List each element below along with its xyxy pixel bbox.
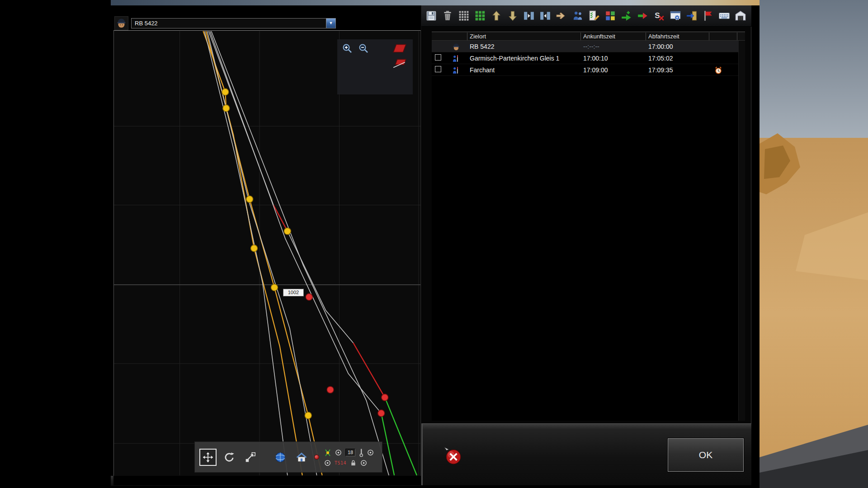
station-icon — [452, 66, 461, 75]
column-separator — [737, 33, 737, 40]
toolbar-separator — [263, 457, 268, 457]
radio-icon[interactable] — [367, 449, 374, 456]
table-row-station[interactable]: Garmisch-Partenkirchen Gleis 1 17:00:10 … — [432, 52, 738, 64]
main-toolbar: S — [421, 5, 751, 27]
zoom-in-button[interactable] — [342, 43, 353, 54]
schedule-table: Zielort Ankunftszeit Abfahrtszeit RB 542… — [432, 32, 745, 421]
map-options-cluster: 18 TS14 — [324, 448, 374, 466]
table-header: Zielort Ankunftszeit Abfahrtszeit — [432, 32, 745, 41]
color-grid-icon[interactable] — [603, 9, 617, 23]
insert-left-icon[interactable] — [538, 9, 552, 23]
desert-scene-graphic — [760, 0, 868, 488]
rotate-button[interactable] — [221, 449, 238, 466]
table-row-station[interactable]: Farchant 17:09:00 17:09:35 — [432, 64, 738, 76]
key-icon[interactable] — [359, 448, 363, 457]
hand-pointer-icon[interactable] — [554, 9, 568, 23]
track-map-panel: RB 5422 ▼ 1002 — [113, 5, 421, 485]
speed-box[interactable]: 18 — [345, 449, 355, 456]
column-separator — [646, 33, 646, 40]
signal-dot[interactable] — [222, 89, 229, 95]
track-line — [204, 31, 287, 475]
track-line — [353, 343, 385, 398]
lock-icon[interactable] — [350, 460, 357, 466]
signal-dot[interactable] — [327, 386, 334, 393]
globe-button[interactable] — [272, 449, 289, 466]
alarm-clock-icon — [714, 66, 723, 75]
add-green-icon[interactable] — [619, 9, 633, 23]
switch-icon[interactable] — [324, 448, 331, 457]
track-line — [381, 413, 394, 475]
gradient-edit-icon[interactable] — [392, 58, 407, 69]
map-options-row: TS14 — [324, 460, 374, 466]
position-marker-icon — [314, 455, 319, 460]
cancel-icon[interactable] — [443, 446, 462, 465]
map-toolbar: 18 TS14 — [194, 441, 382, 473]
cell-zielort: Garmisch-Partenkirchen Gleis 1 — [470, 54, 559, 62]
door-enter-icon[interactable] — [684, 9, 698, 23]
s-remove-icon[interactable]: S — [652, 9, 666, 23]
insert-right-icon[interactable] — [522, 9, 536, 23]
checklist-icon[interactable] — [587, 9, 601, 23]
grid-green-icon[interactable] — [473, 9, 487, 23]
row-checkbox[interactable] — [435, 66, 441, 72]
cell-zielort: Farchant — [470, 66, 495, 74]
depot-icon[interactable] — [733, 9, 747, 23]
flag-icon[interactable] — [701, 9, 715, 23]
keyboard-icon[interactable] — [717, 9, 731, 23]
column-header-zielort[interactable]: Zielort — [470, 33, 486, 40]
window-gear-icon[interactable] — [668, 9, 682, 23]
background-3d-scene — [760, 0, 868, 488]
train-selector-value: RB 5422 — [135, 20, 158, 27]
cell-ankunftszeit: --:--:-- — [583, 42, 599, 51]
signal-dot[interactable] — [223, 105, 230, 112]
row-checkbox[interactable] — [435, 54, 441, 61]
ts-label: TS14 — [335, 460, 346, 465]
scrollbar[interactable] — [738, 41, 745, 421]
cell-ankunftszeit: 17:00:10 — [583, 54, 608, 62]
signal-dot[interactable] — [246, 196, 253, 202]
move-down-icon[interactable] — [505, 9, 519, 23]
track-map-graphic — [114, 31, 420, 476]
driver-icon — [114, 16, 128, 30]
insert-arrow-icon[interactable] — [636, 9, 650, 23]
track-line — [385, 398, 417, 475]
track-map[interactable]: 1002 — [113, 30, 421, 476]
ok-button[interactable]: OK — [668, 438, 744, 472]
home-button[interactable] — [293, 449, 310, 466]
radio-icon[interactable] — [324, 460, 331, 466]
map-overlay-controls — [337, 39, 413, 94]
radio-icon[interactable] — [360, 460, 367, 466]
zoom-out-button[interactable] — [358, 43, 369, 54]
column-header-ankunftszeit[interactable]: Ankunftszeit — [583, 33, 615, 40]
passengers-icon[interactable] — [571, 9, 585, 23]
signal-dot[interactable] — [306, 294, 312, 300]
signal-dot[interactable] — [251, 245, 258, 252]
trash-icon[interactable] — [440, 9, 454, 23]
station-icon — [452, 54, 461, 63]
track-line — [206, 31, 302, 475]
signal-dot[interactable] — [271, 284, 278, 291]
track-line — [207, 31, 316, 475]
grid-small-icon[interactable] — [457, 9, 471, 23]
signal-dot[interactable] — [378, 410, 385, 417]
column-separator — [580, 33, 581, 40]
save-icon[interactable] — [424, 9, 438, 23]
track-line — [274, 205, 288, 231]
train-selector-dropdown[interactable]: RB 5422 ▼ — [131, 18, 336, 28]
pan-button[interactable] — [199, 449, 217, 466]
column-separator — [709, 33, 709, 40]
gradient-toggle-icon[interactable] — [392, 43, 407, 54]
column-separator — [467, 33, 467, 40]
svg-text:S: S — [655, 11, 660, 20]
route-button[interactable] — [242, 449, 259, 466]
chevron-down-icon[interactable]: ▼ — [326, 19, 335, 28]
move-up-icon[interactable] — [489, 9, 503, 23]
table-row-train[interactable]: RB 5422 --:--:-- 17:00:00 — [432, 41, 738, 52]
column-header-abfahrtszeit[interactable]: Abfahrtszeit — [648, 33, 679, 40]
cell-zielort: RB 5422 — [470, 42, 494, 51]
signal-dot[interactable] — [284, 228, 291, 235]
signal-dot[interactable] — [382, 394, 388, 401]
radio-icon[interactable] — [335, 449, 342, 456]
driver-icon — [452, 42, 461, 52]
signal-dot[interactable] — [305, 412, 311, 419]
